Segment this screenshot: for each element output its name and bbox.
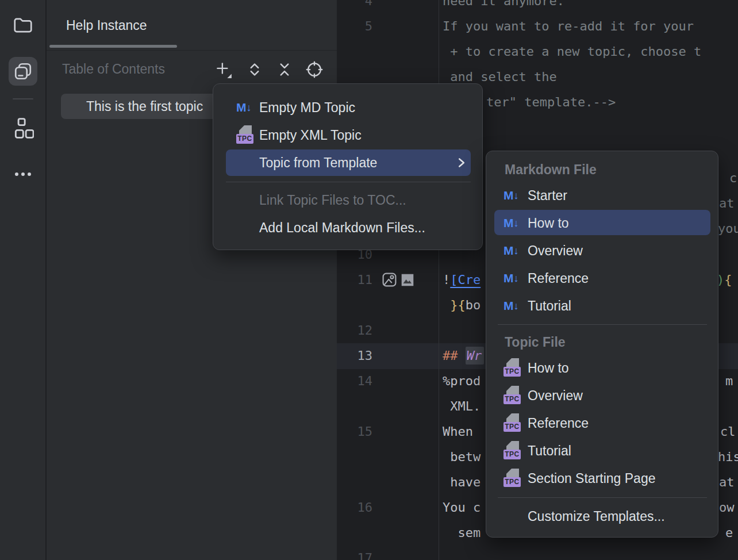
line-number: 16 bbox=[337, 495, 372, 520]
topic-file-icon: TPC bbox=[503, 469, 528, 488]
image-outline-icon[interactable] bbox=[381, 271, 398, 290]
line-number: 5 bbox=[337, 14, 372, 39]
active-tab-underline bbox=[49, 45, 177, 48]
menu-separator bbox=[226, 182, 471, 182]
submenu-item-tpc-overview[interactable]: TPC Overview bbox=[486, 382, 718, 409]
code-line-13: ## Wr bbox=[443, 343, 484, 369]
project-folder-icon[interactable] bbox=[12, 14, 34, 36]
panel-header: Help Instance bbox=[47, 0, 337, 51]
topic-file-icon: TPC bbox=[503, 413, 528, 433]
code-fragment: at bbox=[719, 470, 735, 495]
submenu-item-tpc-tutorial[interactable]: TPC Tutorial bbox=[486, 437, 718, 465]
code-fragment: cl bbox=[720, 419, 736, 444]
collapse-all-button[interactable] bbox=[275, 60, 294, 79]
submenu-chevron-icon bbox=[458, 156, 465, 169]
activity-bar bbox=[0, 0, 46, 560]
menu-item-link-topic-files[interactable]: Link Topic Files to TOC... bbox=[213, 186, 482, 214]
menu-item-add-local-markdown-files[interactable]: Add Local Markdown Files... bbox=[213, 214, 482, 241]
code-line-5-wrap3: ter" template.--> bbox=[486, 90, 616, 115]
topic-file-icon: TPC bbox=[503, 441, 528, 461]
add-topic-context-menu: M↓ Empty MD Topic TPC Empty XML Topic To… bbox=[213, 83, 483, 250]
code-line-15-wrap1: betw bbox=[443, 444, 481, 470]
topic-file-icon: TPC bbox=[236, 125, 259, 145]
toc-tree-item-label: This is the first topic bbox=[86, 99, 203, 114]
menu-item-empty-md-topic[interactable]: M↓ Empty MD Topic bbox=[213, 94, 482, 121]
topic-file-icon: TPC bbox=[503, 386, 528, 405]
code-fragment: at bbox=[719, 191, 735, 216]
submenu-item-md-tutorial[interactable]: M↓ Tutorial bbox=[486, 292, 718, 320]
heading-text: Wr bbox=[466, 347, 485, 365]
markdown-file-icon: M↓ bbox=[503, 244, 528, 258]
submenu-item-tpc-reference[interactable]: TPC Reference bbox=[486, 409, 718, 437]
code-line-15: When bbox=[443, 419, 473, 444]
image-preview-icon[interactable] bbox=[400, 273, 415, 290]
line-number: 11 bbox=[337, 267, 372, 293]
code-line-14: %prod bbox=[443, 369, 481, 394]
code-fragment: his bbox=[718, 444, 738, 470]
submenu-item-tpc-how-to[interactable]: TPC How to bbox=[486, 354, 718, 382]
line-number: 12 bbox=[337, 318, 372, 343]
writerside-window: Help Instance Table of Contents bbox=[0, 0, 738, 560]
submenu-item-md-how-to[interactable]: M↓ How to bbox=[486, 209, 718, 237]
code-fragment: c bbox=[729, 166, 737, 191]
expand-all-button[interactable] bbox=[245, 60, 264, 79]
menu-item-topic-from-template[interactable]: Topic from Template bbox=[213, 149, 482, 177]
code-line-16-wrap: sem bbox=[443, 520, 481, 546]
topic-file-icon: TPC bbox=[503, 358, 528, 378]
line-number-current: 13 bbox=[337, 343, 372, 369]
code-line-5-wrap1: + to create a new topic, choose t bbox=[443, 39, 701, 64]
code-fragment: e bbox=[725, 520, 733, 546]
code-line-11-wrap: }{bo bbox=[443, 293, 481, 318]
structure-icon[interactable] bbox=[12, 117, 34, 141]
line-number: 4 bbox=[337, 0, 372, 14]
code-line-16: You c bbox=[443, 495, 481, 520]
add-topic-button[interactable] bbox=[214, 60, 233, 79]
code-fragment: you bbox=[718, 216, 738, 241]
line-number: 17 bbox=[337, 546, 372, 560]
menu-item-empty-xml-topic[interactable]: TPC Empty XML Topic bbox=[213, 121, 482, 149]
code-line-11-end: ){ bbox=[717, 267, 732, 293]
submenu-item-md-reference[interactable]: M↓ Reference bbox=[486, 264, 718, 292]
code-line-4: need it anymore. bbox=[443, 0, 564, 14]
activity-bar-divider bbox=[13, 98, 33, 99]
markdown-file-icon: M↓ bbox=[236, 101, 259, 114]
locate-open-file-button[interactable] bbox=[305, 60, 324, 79]
markdown-file-icon: M↓ bbox=[503, 189, 528, 202]
template-submenu: Markdown File M↓ Starter M↓ How to M↓ Ov… bbox=[486, 151, 718, 538]
markdown-file-icon: M↓ bbox=[503, 271, 528, 285]
menu-separator bbox=[498, 497, 707, 498]
line-number: 14 bbox=[337, 369, 372, 394]
markdown-file-icon: M↓ bbox=[503, 216, 528, 230]
panel-tab-help-instance[interactable]: Help Instance bbox=[66, 18, 147, 33]
submenu-header-markdown-file: Markdown File bbox=[505, 162, 597, 178]
submenu-item-customize-templates[interactable]: Customize Templates... bbox=[486, 503, 718, 530]
menu-separator bbox=[498, 324, 707, 325]
submenu-item-md-overview[interactable]: M↓ Overview bbox=[486, 237, 718, 264]
markdown-link: [Cre bbox=[450, 273, 481, 287]
code-line-15-wrap2: have bbox=[443, 470, 481, 495]
toc-tree-item-selected[interactable]: This is the first topic bbox=[61, 94, 228, 119]
submenu-item-md-starter[interactable]: M↓ Starter bbox=[486, 182, 718, 209]
code-fragment: m bbox=[725, 369, 733, 394]
submenu-item-tpc-section-starting-page[interactable]: TPC Section Starting Page bbox=[486, 465, 718, 492]
editor-tabs-icon[interactable] bbox=[13, 61, 33, 82]
code-fragment: ow bbox=[719, 495, 735, 520]
more-tool-windows-icon[interactable] bbox=[13, 168, 33, 180]
toc-section-label: Table of Contents bbox=[62, 62, 165, 77]
code-line-11: ![Cre bbox=[443, 267, 481, 293]
line-number: 15 bbox=[337, 419, 372, 444]
submenu-header-topic-file: Topic File bbox=[505, 335, 566, 350]
code-line-14-wrap: XML. bbox=[443, 394, 481, 419]
markdown-file-icon: M↓ bbox=[503, 299, 528, 313]
code-line-5: If you want to re-add it for your bbox=[443, 14, 694, 39]
